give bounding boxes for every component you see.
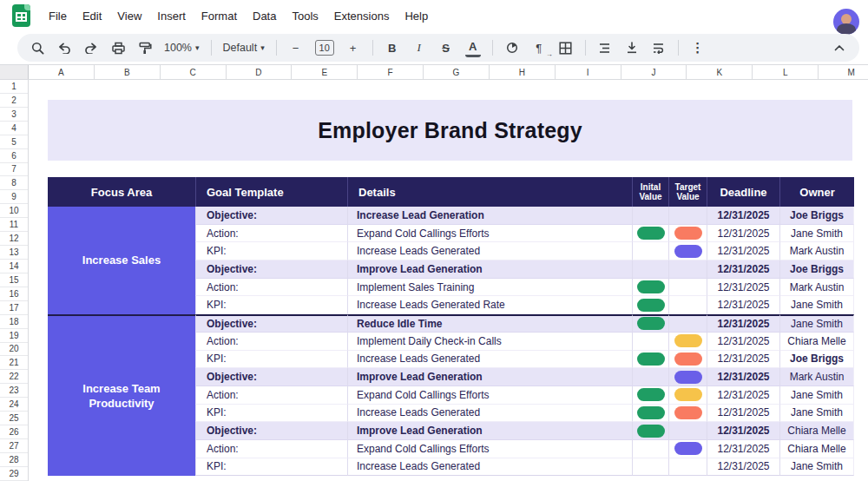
cell-details[interactable]: Expand Cold Callings Efforts [347, 440, 632, 458]
font-select[interactable]: Default▾ [223, 38, 265, 57]
cell-goal-label[interactable]: Objective: [195, 314, 347, 333]
cell-goal-label[interactable]: Objective: [195, 422, 347, 440]
header-focus-area[interactable]: Focus Area [48, 177, 195, 207]
column-header-L[interactable]: L [753, 65, 819, 79]
focus-area-cell[interactable]: Increase Sales [48, 207, 195, 314]
cell-target-value[interactable] [668, 333, 707, 351]
row-header-14[interactable]: 14 [0, 260, 28, 273]
row-header-27[interactable]: 27 [0, 439, 28, 453]
text-color-button[interactable]: A [465, 38, 481, 57]
cell-owner[interactable]: Chiara Melle [779, 422, 854, 440]
focus-area-cell[interactable]: Increase Team Productivity [48, 314, 195, 476]
row-header-24[interactable]: 24 [0, 398, 28, 412]
column-header-E[interactable]: E [292, 65, 358, 79]
cell-initial-value[interactable] [632, 386, 668, 405]
header-initial-value[interactable]: Inital Value [632, 177, 668, 207]
cell-details[interactable]: Implement Daily Check-in Calls [347, 333, 632, 351]
cell-target-value[interactable] [668, 368, 707, 386]
row-header-6[interactable]: 6 [0, 149, 28, 163]
menu-item-edit[interactable]: Edit [75, 6, 109, 26]
cell-deadline[interactable]: 12/31/2025 [707, 458, 779, 477]
row-header-7[interactable]: 7 [0, 163, 28, 177]
row-header-23[interactable]: 23 [0, 384, 28, 398]
row-header-16[interactable]: 16 [0, 287, 28, 301]
cell-target-value[interactable] [668, 405, 707, 423]
row-header-29[interactable]: 29 [0, 467, 28, 481]
row-header-1[interactable]: 1 [0, 80, 28, 94]
paint-format-icon[interactable] [137, 38, 153, 57]
header-details[interactable]: Details [347, 177, 632, 207]
cell-initial-value[interactable] [632, 225, 668, 243]
cell-goal-label[interactable]: KPI: [195, 405, 347, 423]
header-deadline[interactable]: Deadline [707, 177, 779, 207]
cell-deadline[interactable]: 12/31/2025 [707, 422, 779, 440]
column-header-K[interactable]: K [687, 65, 753, 79]
cell-deadline[interactable]: 12/31/2025 [707, 296, 779, 314]
menu-item-file[interactable]: File [41, 6, 75, 26]
cell-goal-label[interactable]: Action: [195, 440, 347, 458]
menu-item-help[interactable]: Help [397, 6, 436, 26]
cell-details[interactable]: Increase Leads Generated [347, 458, 632, 477]
cell-target-value[interactable] [668, 458, 707, 477]
row-header-22[interactable]: 22 [0, 370, 28, 384]
row-header-10[interactable]: 10 [0, 204, 28, 218]
text-direction-icon[interactable]: ¶→ [531, 38, 547, 57]
cell-target-value[interactable] [668, 351, 707, 369]
row-header-9[interactable]: 9 [0, 190, 28, 204]
row-header-25[interactable]: 25 [0, 412, 28, 425]
decrease-font-size-button[interactable]: − [288, 38, 304, 57]
cell-details[interactable]: Increase Leads Generated [347, 242, 632, 260]
cell-deadline[interactable]: 12/31/2025 [707, 242, 779, 260]
cell-owner[interactable]: Jane Smith [779, 225, 854, 243]
header-owner[interactable]: Owner [779, 177, 854, 207]
italic-button[interactable]: I [411, 38, 427, 57]
cell-initial-value[interactable] [632, 279, 668, 297]
user-avatar[interactable] [833, 9, 859, 35]
cell-details[interactable]: Increase Leads Generated Rate [347, 296, 632, 314]
column-header-H[interactable]: H [490, 65, 556, 79]
cell-goal-label[interactable]: Objective: [195, 207, 347, 225]
cell-initial-value[interactable] [632, 296, 668, 314]
cell-initial-value[interactable] [632, 207, 668, 225]
cell-target-value[interactable] [668, 296, 707, 314]
cell-deadline[interactable]: 12/31/2025 [707, 386, 779, 405]
borders-icon[interactable] [558, 38, 574, 57]
cell-goal-label[interactable]: Action: [195, 333, 347, 351]
cell-initial-value[interactable] [632, 440, 668, 458]
cell-initial-value[interactable] [632, 314, 668, 333]
redo-icon[interactable] [83, 38, 99, 57]
cell-goal-label[interactable]: Action: [195, 225, 347, 243]
cell-initial-value[interactable] [632, 351, 668, 369]
cell-details[interactable]: Improve Lead Generation [347, 422, 632, 440]
sheet-canvas[interactable]: Employer Brand Strategy Focus Area Goal … [29, 80, 868, 481]
row-header-19[interactable]: 19 [0, 329, 28, 343]
column-header-C[interactable]: C [161, 65, 227, 79]
cell-goal-label[interactable]: Action: [195, 279, 347, 297]
increase-font-size-button[interactable]: + [345, 38, 361, 57]
cell-owner[interactable]: Joe Briggs [779, 351, 854, 369]
cell-owner[interactable]: Jane Smith [779, 296, 854, 314]
cell-details[interactable]: Improve Lead Generation [347, 368, 632, 386]
fill-color-icon[interactable] [504, 38, 520, 57]
bold-button[interactable]: B [385, 38, 400, 57]
cell-details[interactable]: Improve Lead Generation [347, 260, 632, 279]
row-header-15[interactable]: 15 [0, 273, 28, 287]
cell-goal-label[interactable]: KPI: [195, 242, 347, 260]
select-all-corner[interactable] [0, 65, 29, 79]
cell-target-value[interactable] [668, 225, 707, 243]
cell-owner[interactable]: Mark Austin [779, 242, 854, 260]
vertical-align-icon[interactable] [624, 38, 640, 57]
cell-goal-label[interactable]: Objective: [195, 368, 347, 386]
cell-initial-value[interactable] [632, 368, 668, 386]
cell-owner[interactable]: Chiara Melle [779, 333, 854, 351]
zoom-select[interactable]: 100%▾ [164, 38, 200, 57]
cell-details[interactable]: Expand Cold Callings Efforts [347, 225, 632, 243]
cell-goal-label[interactable]: KPI: [195, 296, 347, 314]
title-banner-cell[interactable]: Employer Brand Strategy [48, 100, 852, 161]
header-target-value[interactable]: Target Value [668, 177, 707, 207]
menu-item-insert[interactable]: Insert [149, 6, 194, 26]
cell-details[interactable]: Reduce Idle Time [347, 314, 632, 333]
cell-deadline[interactable]: 12/31/2025 [707, 207, 779, 225]
print-icon[interactable] [110, 38, 126, 57]
row-header-28[interactable]: 28 [0, 453, 28, 467]
